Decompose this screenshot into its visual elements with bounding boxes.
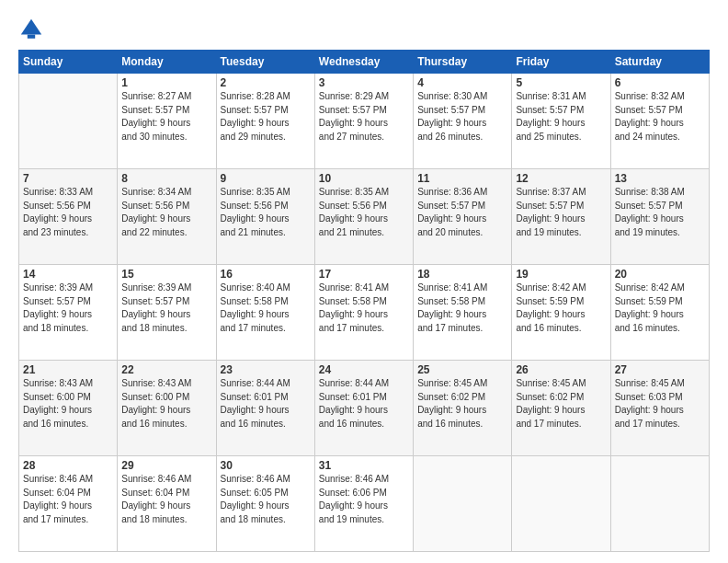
calendar-cell: 31Sunrise: 8:46 AMSunset: 6:06 PMDayligh…	[314, 456, 413, 552]
calendar-week-row: 14Sunrise: 8:39 AMSunset: 5:57 PMDayligh…	[19, 265, 710, 361]
day-number: 24	[319, 363, 409, 376]
day-number: 22	[121, 363, 211, 376]
day-info: Sunrise: 8:40 AMSunset: 5:58 PMDaylight:…	[221, 282, 311, 335]
day-info: Sunrise: 8:43 AMSunset: 6:00 PMDaylight:…	[23, 377, 113, 431]
day-number: 21	[23, 363, 113, 376]
calendar-cell: 13Sunrise: 8:38 AMSunset: 5:57 PMDayligh…	[610, 169, 709, 265]
day-number: 12	[516, 172, 606, 185]
calendar-cell: 19Sunrise: 8:42 AMSunset: 5:59 PMDayligh…	[512, 265, 610, 361]
logo-icon	[18, 17, 44, 42]
day-info: Sunrise: 8:41 AMSunset: 5:58 PMDaylight:…	[319, 282, 409, 335]
day-number: 30	[221, 459, 311, 472]
logo	[18, 17, 48, 42]
day-number: 7	[23, 172, 113, 185]
day-number: 14	[23, 268, 113, 281]
day-number: 6	[615, 76, 705, 89]
calendar-cell: 14Sunrise: 8:39 AMSunset: 5:57 PMDayligh…	[19, 265, 118, 361]
calendar-week-row: 21Sunrise: 8:43 AMSunset: 6:00 PMDayligh…	[19, 361, 710, 456]
day-info: Sunrise: 8:41 AMSunset: 5:58 PMDaylight:…	[417, 282, 507, 335]
calendar-cell: 1Sunrise: 8:27 AMSunset: 5:57 PMDaylight…	[118, 74, 216, 169]
calendar-header-monday: Monday	[118, 51, 216, 74]
day-number: 31	[319, 459, 409, 472]
calendar-header-wednesday: Wednesday	[314, 51, 413, 74]
day-number: 5	[516, 76, 606, 89]
day-info: Sunrise: 8:31 AMSunset: 5:57 PMDaylight:…	[516, 90, 606, 144]
day-number: 8	[121, 172, 211, 185]
day-number: 20	[615, 268, 705, 281]
day-number: 27	[615, 363, 705, 376]
day-info: Sunrise: 8:46 AMSunset: 6:04 PMDaylight:…	[23, 473, 113, 526]
day-number: 26	[516, 363, 606, 376]
calendar-cell: 27Sunrise: 8:45 AMSunset: 6:03 PMDayligh…	[610, 361, 709, 456]
day-number: 13	[615, 172, 705, 185]
day-number: 2	[221, 76, 311, 89]
calendar-week-row: 7Sunrise: 8:33 AMSunset: 5:56 PMDaylight…	[19, 169, 710, 265]
calendar-header-friday: Friday	[512, 51, 610, 74]
calendar-cell: 20Sunrise: 8:42 AMSunset: 5:59 PMDayligh…	[610, 265, 709, 361]
day-number: 16	[221, 268, 311, 281]
calendar-header-thursday: Thursday	[414, 51, 512, 74]
day-info: Sunrise: 8:46 AMSunset: 6:04 PMDaylight:…	[121, 473, 211, 526]
day-info: Sunrise: 8:36 AMSunset: 5:57 PMDaylight:…	[417, 186, 507, 239]
calendar-cell	[512, 456, 610, 552]
day-number: 19	[516, 268, 606, 281]
calendar-header-row: SundayMondayTuesdayWednesdayThursdayFrid…	[19, 51, 710, 74]
calendar-cell: 18Sunrise: 8:41 AMSunset: 5:58 PMDayligh…	[414, 265, 512, 361]
calendar-cell: 16Sunrise: 8:40 AMSunset: 5:58 PMDayligh…	[216, 265, 314, 361]
calendar-table: SundayMondayTuesdayWednesdayThursdayFrid…	[18, 50, 710, 552]
calendar-cell	[19, 74, 118, 169]
day-info: Sunrise: 8:28 AMSunset: 5:57 PMDaylight:…	[221, 90, 311, 144]
svg-marker-0	[21, 19, 41, 35]
calendar-cell: 25Sunrise: 8:45 AMSunset: 6:02 PMDayligh…	[414, 361, 512, 456]
calendar-cell	[414, 456, 512, 552]
day-number: 29	[121, 459, 211, 472]
calendar-cell: 10Sunrise: 8:35 AMSunset: 5:56 PMDayligh…	[314, 169, 413, 265]
day-info: Sunrise: 8:39 AMSunset: 5:57 PMDaylight:…	[23, 282, 113, 335]
day-info: Sunrise: 8:44 AMSunset: 6:01 PMDaylight:…	[221, 377, 311, 431]
day-info: Sunrise: 8:45 AMSunset: 6:02 PMDaylight:…	[417, 377, 507, 431]
calendar-cell: 11Sunrise: 8:36 AMSunset: 5:57 PMDayligh…	[414, 169, 512, 265]
page: SundayMondayTuesdayWednesdayThursdayFrid…	[0, 0, 728, 563]
calendar-week-row: 1Sunrise: 8:27 AMSunset: 5:57 PMDaylight…	[19, 74, 710, 169]
day-info: Sunrise: 8:39 AMSunset: 5:57 PMDaylight:…	[121, 282, 211, 335]
day-number: 3	[319, 76, 409, 89]
day-info: Sunrise: 8:42 AMSunset: 5:59 PMDaylight:…	[516, 282, 606, 335]
day-info: Sunrise: 8:35 AMSunset: 5:56 PMDaylight:…	[319, 186, 409, 239]
day-number: 28	[23, 459, 113, 472]
calendar-cell: 28Sunrise: 8:46 AMSunset: 6:04 PMDayligh…	[19, 456, 118, 552]
header	[18, 17, 710, 42]
calendar-cell: 5Sunrise: 8:31 AMSunset: 5:57 PMDaylight…	[512, 74, 610, 169]
day-info: Sunrise: 8:37 AMSunset: 5:57 PMDaylight:…	[516, 186, 606, 239]
calendar-cell: 23Sunrise: 8:44 AMSunset: 6:01 PMDayligh…	[216, 361, 314, 456]
calendar-cell: 7Sunrise: 8:33 AMSunset: 5:56 PMDaylight…	[19, 169, 118, 265]
day-info: Sunrise: 8:33 AMSunset: 5:56 PMDaylight:…	[23, 186, 113, 239]
day-number: 1	[121, 76, 211, 89]
day-info: Sunrise: 8:46 AMSunset: 6:05 PMDaylight:…	[221, 473, 311, 526]
day-number: 4	[417, 76, 507, 89]
calendar-cell: 29Sunrise: 8:46 AMSunset: 6:04 PMDayligh…	[118, 456, 216, 552]
day-info: Sunrise: 8:30 AMSunset: 5:57 PMDaylight:…	[417, 90, 507, 144]
calendar-cell: 17Sunrise: 8:41 AMSunset: 5:58 PMDayligh…	[314, 265, 413, 361]
day-number: 10	[319, 172, 409, 185]
calendar-cell: 30Sunrise: 8:46 AMSunset: 6:05 PMDayligh…	[216, 456, 314, 552]
day-number: 9	[221, 172, 311, 185]
calendar-cell: 2Sunrise: 8:28 AMSunset: 5:57 PMDaylight…	[216, 74, 314, 169]
calendar-cell: 3Sunrise: 8:29 AMSunset: 5:57 PMDaylight…	[314, 74, 413, 169]
day-info: Sunrise: 8:43 AMSunset: 6:00 PMDaylight:…	[121, 377, 211, 431]
day-info: Sunrise: 8:45 AMSunset: 6:02 PMDaylight:…	[516, 377, 606, 431]
calendar-cell: 12Sunrise: 8:37 AMSunset: 5:57 PMDayligh…	[512, 169, 610, 265]
day-number: 25	[417, 363, 507, 376]
day-info: Sunrise: 8:35 AMSunset: 5:56 PMDaylight:…	[221, 186, 311, 239]
calendar-cell: 4Sunrise: 8:30 AMSunset: 5:57 PMDaylight…	[414, 74, 512, 169]
day-number: 11	[417, 172, 507, 185]
day-info: Sunrise: 8:32 AMSunset: 5:57 PMDaylight:…	[615, 90, 705, 144]
calendar-cell: 15Sunrise: 8:39 AMSunset: 5:57 PMDayligh…	[118, 265, 216, 361]
calendar-cell: 24Sunrise: 8:44 AMSunset: 6:01 PMDayligh…	[314, 361, 413, 456]
calendar-cell: 9Sunrise: 8:35 AMSunset: 5:56 PMDaylight…	[216, 169, 314, 265]
calendar-header-tuesday: Tuesday	[216, 51, 314, 74]
day-info: Sunrise: 8:27 AMSunset: 5:57 PMDaylight:…	[121, 90, 211, 144]
calendar-cell	[610, 456, 709, 552]
day-info: Sunrise: 8:29 AMSunset: 5:57 PMDaylight:…	[319, 90, 409, 144]
day-number: 15	[121, 268, 211, 281]
calendar-header-sunday: Sunday	[19, 51, 118, 74]
